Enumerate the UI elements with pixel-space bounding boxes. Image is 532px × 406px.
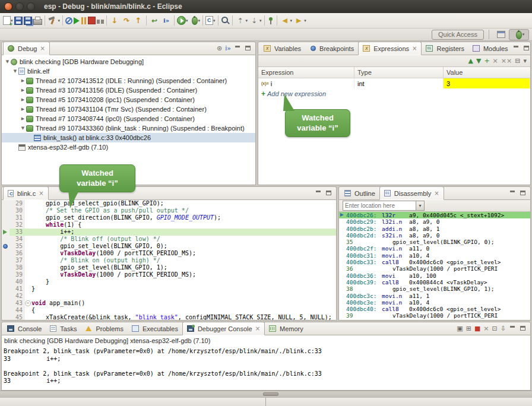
disassembly-row[interactable]: 400dbc2d:s32i.na8, a9, 0 bbox=[339, 232, 530, 239]
disconnect-button[interactable] bbox=[96, 14, 104, 28]
instruction-step-icon[interactable]: i» bbox=[225, 45, 231, 52]
debug-tree-item[interactable]: ▼Thread #9 1073433360 (blink_task : Runn… bbox=[2, 123, 255, 133]
expander-icon[interactable]: ▼ bbox=[20, 126, 26, 131]
expander-icon[interactable]: ▶ bbox=[20, 107, 26, 112]
display-selected-console-icon[interactable]: ▣ bbox=[457, 325, 463, 332]
new-button[interactable]: ▾ bbox=[2, 14, 14, 28]
code-line[interactable]: 30 /* Set the GPIO as a push/pull output… bbox=[2, 207, 336, 214]
suspend-button[interactable] bbox=[80, 14, 87, 28]
next-annotation-button[interactable]: ▾ bbox=[248, 14, 262, 28]
window-maximize-button[interactable] bbox=[27, 2, 35, 11]
tab-outline[interactable]: Outline bbox=[340, 187, 379, 199]
editor-marker-column[interactable] bbox=[2, 257, 10, 264]
debug-tree-item[interactable]: ▼blink checking [GDB Hardware Debugging] bbox=[2, 57, 255, 66]
tab-console[interactable]: Console bbox=[3, 322, 46, 335]
code-line[interactable]: 39 vTaskDelay(1000 / portTICK_PERIOD_MS)… bbox=[2, 271, 336, 278]
clear-console-icon[interactable]: ⊡ bbox=[492, 325, 498, 332]
resume-button[interactable] bbox=[73, 14, 80, 28]
code-line[interactable]: 42 bbox=[2, 293, 336, 300]
close-tab-icon[interactable]: × bbox=[255, 325, 260, 332]
editor-marker-column[interactable] bbox=[2, 278, 10, 286]
close-tab-icon[interactable]: × bbox=[40, 45, 45, 52]
drop-to-frame-button[interactable] bbox=[148, 14, 160, 28]
minimize-view-icon[interactable] bbox=[234, 45, 242, 52]
maximize-view-icon[interactable] bbox=[523, 45, 531, 52]
debug-tree-item[interactable]: ▶Thread #6 1073431104 (Tmr Svc) (Suspend… bbox=[2, 104, 255, 114]
column-type[interactable]: Type bbox=[354, 67, 444, 78]
move-up-icon[interactable]: ▲ bbox=[468, 58, 473, 64]
new-c-project-button[interactable]: ▾ bbox=[205, 14, 216, 28]
tab-executables[interactable]: Executables bbox=[128, 322, 182, 335]
view-settings-icon[interactable]: ⊛ bbox=[217, 45, 222, 52]
remove-all-icon[interactable]: ×× bbox=[501, 58, 512, 64]
disassembly-row[interactable]: 400dbc29:l32i.na8, a9, 0 bbox=[339, 218, 530, 225]
remove-launch-icon[interactable]: × bbox=[483, 325, 489, 332]
editor-marker-column[interactable] bbox=[2, 229, 10, 236]
editor-marker-column[interactable] bbox=[2, 207, 10, 214]
disassembly-row[interactable]: 400dbc31:movi.na10, 4 bbox=[339, 252, 530, 259]
editor-marker-column[interactable] bbox=[2, 286, 10, 293]
maximize-view-icon[interactable] bbox=[520, 325, 527, 332]
disassembly-row[interactable]: 400dbc26:l32ra9, 0x400d045c <_stext+1092… bbox=[339, 212, 530, 218]
tab-modules[interactable]: Modules bbox=[468, 42, 512, 55]
expander-icon[interactable]: ▼ bbox=[4, 59, 11, 64]
save-button[interactable] bbox=[14, 14, 23, 28]
disassembly-row[interactable]: 400dbc3e:movi.na10, 4 bbox=[339, 299, 530, 306]
tab-breakpoints[interactable]: Breakpoints bbox=[305, 42, 358, 55]
step-over-button[interactable] bbox=[121, 14, 132, 28]
bottom-splitter[interactable] bbox=[0, 391, 532, 397]
editor-marker-column[interactable] bbox=[2, 314, 10, 321]
tab-debug[interactable]: Debug × bbox=[3, 42, 50, 55]
expression-row[interactable]: (x)=i int 3 bbox=[258, 78, 530, 88]
expander-icon[interactable]: ▶ bbox=[20, 116, 26, 121]
debug-tree-item[interactable]: ▶Thread #3 1073413156 (IDLE) (Suspended … bbox=[2, 85, 255, 95]
pin-button[interactable] bbox=[267, 14, 275, 28]
debug-tree-item[interactable]: ▶Thread #5 1073410208 (ipc1) (Suspended … bbox=[2, 95, 255, 104]
column-expression[interactable]: Expression bbox=[258, 67, 354, 78]
close-tab-icon[interactable]: × bbox=[434, 190, 439, 196]
code-line[interactable]: 35 gpio_set_level(BLINK_GPIO, 0); bbox=[2, 243, 336, 250]
minimize-view-icon[interactable] bbox=[315, 190, 322, 196]
tab-blink-c[interactable]: blink.c × bbox=[3, 186, 49, 200]
code-line[interactable]: 29 gpio_pad_select_gpio(BLINK_GPIO); bbox=[2, 200, 336, 207]
disassembly-row[interactable]: 35gpio_set_level(BLINK_GPIO, 0); bbox=[339, 239, 530, 245]
code-editor[interactable]: 29 gpio_pad_select_gpio(BLINK_GPIO);30 /… bbox=[1, 200, 337, 321]
collapse-all-icon[interactable]: ⊟ bbox=[515, 58, 520, 64]
code-line[interactable]: 33 i++; bbox=[2, 229, 336, 236]
disassembly-row[interactable]: 400dbc2b:addi.na8, a8, 1 bbox=[339, 226, 530, 232]
add-expression-row[interactable]: +Add new expression bbox=[258, 88, 530, 99]
expander-icon[interactable]: ▶ bbox=[20, 97, 26, 102]
minimize-view-icon[interactable] bbox=[509, 325, 517, 332]
editor-marker-column[interactable] bbox=[2, 236, 10, 243]
editor-marker-column[interactable] bbox=[2, 300, 10, 307]
disassembly-row[interactable]: 38gpio_set_level(BLINK_GPIO, 1); bbox=[339, 286, 530, 292]
code-line[interactable]: 43void app_main() bbox=[2, 300, 336, 307]
editor-marker-column[interactable] bbox=[2, 293, 10, 300]
code-line[interactable]: 44{ bbox=[2, 307, 336, 314]
code-line[interactable]: 34 /* Blink off (output low) */ bbox=[2, 236, 336, 243]
window-close-button[interactable] bbox=[4, 2, 12, 11]
disassembly-row[interactable]: 400dbc40:call80x400dc6c0 <gpio_set_level… bbox=[339, 306, 530, 312]
expander-icon[interactable]: ▶ bbox=[20, 78, 26, 83]
step-return-button[interactable] bbox=[132, 14, 144, 28]
forward-button[interactable]: ▾ bbox=[293, 14, 307, 28]
editor-marker-column[interactable] bbox=[2, 200, 10, 207]
code-line[interactable]: 40 } bbox=[2, 278, 336, 286]
debug-tree-item[interactable]: ▼blink.elf bbox=[2, 66, 255, 76]
expander-icon[interactable]: ▼ bbox=[12, 69, 18, 74]
back-button[interactable]: ▾ bbox=[279, 14, 293, 28]
disassembly-row[interactable]: 400dbc3c:movi.na11, 1 bbox=[339, 293, 530, 299]
location-input[interactable] bbox=[343, 201, 416, 211]
debug-tree-item[interactable]: ▶Thread #7 1073408744 (ipc0) (Suspended … bbox=[2, 114, 255, 123]
code-line[interactable]: 45 xTaskCreate(&blink_task, "blink_task"… bbox=[2, 314, 336, 321]
debug-tree-item[interactable]: xtensa-esp32-elf-gdb (7.10) bbox=[2, 142, 255, 152]
tab-problems[interactable]: Problems bbox=[81, 322, 127, 335]
tab-memory[interactable]: Memory bbox=[265, 322, 308, 335]
disassembly-row[interactable]: 39vTaskDelay(1000 / portTICK_PERI bbox=[339, 312, 530, 319]
instruction-stepping-button[interactable] bbox=[160, 14, 172, 28]
tab-debugger-console[interactable]: Debugger Console× bbox=[182, 322, 265, 335]
prev-annotation-button[interactable]: ▾ bbox=[235, 14, 249, 28]
maximize-view-icon[interactable] bbox=[520, 190, 527, 196]
code-line[interactable]: 31 gpio_set_direction(BLINK_GPIO, GPIO_M… bbox=[2, 214, 336, 221]
move-down-icon[interactable]: ▼ bbox=[476, 58, 481, 64]
